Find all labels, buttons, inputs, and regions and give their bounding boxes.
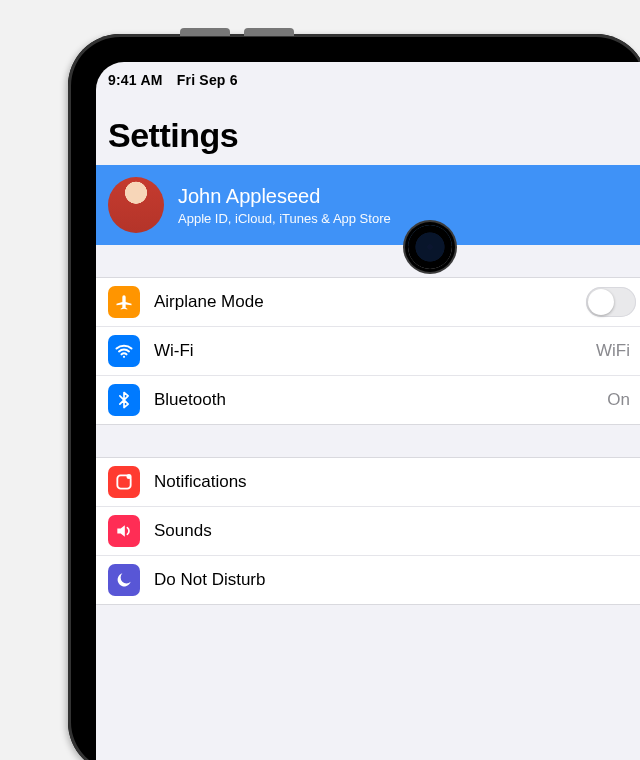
moon-icon: [108, 564, 140, 596]
screen: 9:41 AM Fri Sep 6 Settings John Applesee…: [96, 62, 640, 760]
ipad-device-frame: 9:41 AM Fri Sep 6 Settings John Applesee…: [68, 34, 640, 760]
notifications-icon: [108, 466, 140, 498]
hw-button: [244, 28, 294, 36]
wifi-value: WiFi: [596, 341, 630, 361]
annotation-cursor: [408, 225, 452, 269]
do-not-disturb-row[interactable]: Do Not Disturb: [96, 555, 640, 604]
row-label: Notifications: [154, 472, 636, 492]
bluetooth-icon: [108, 384, 140, 416]
row-label: Airplane Mode: [154, 292, 572, 312]
apple-id-row[interactable]: John Appleseed Apple ID, iCloud, iTunes …: [96, 165, 640, 245]
row-label: Do Not Disturb: [154, 570, 636, 590]
profile-subtitle: Apple ID, iCloud, iTunes & App Store: [178, 211, 391, 226]
bluetooth-value: On: [607, 390, 630, 410]
wifi-row[interactable]: Wi-Fi WiFi: [96, 326, 640, 375]
svg-point-0: [123, 356, 125, 358]
settings-group: Notifications Sounds Do Not Disturb: [96, 457, 640, 605]
page-title: Settings: [96, 96, 640, 165]
settings-group: Airplane Mode Wi-Fi WiFi Bluetooth On: [96, 277, 640, 425]
hw-button: [180, 28, 230, 36]
status-time: 9:41 AM: [108, 72, 163, 88]
row-label: Bluetooth: [154, 390, 593, 410]
bluetooth-row[interactable]: Bluetooth On: [96, 375, 640, 424]
wifi-icon: [108, 335, 140, 367]
status-bar: 9:41 AM Fri Sep 6: [96, 62, 640, 96]
row-label: Sounds: [154, 521, 636, 541]
airplane-mode-row[interactable]: Airplane Mode: [96, 278, 640, 326]
sounds-icon: [108, 515, 140, 547]
airplane-toggle[interactable]: [586, 287, 636, 317]
airplane-icon: [108, 286, 140, 318]
status-date: Fri Sep 6: [177, 72, 238, 88]
svg-point-2: [127, 474, 132, 479]
notifications-row[interactable]: Notifications: [96, 458, 640, 506]
profile-name: John Appleseed: [178, 185, 391, 208]
sounds-row[interactable]: Sounds: [96, 506, 640, 555]
row-label: Wi-Fi: [154, 341, 582, 361]
avatar: [108, 177, 164, 233]
